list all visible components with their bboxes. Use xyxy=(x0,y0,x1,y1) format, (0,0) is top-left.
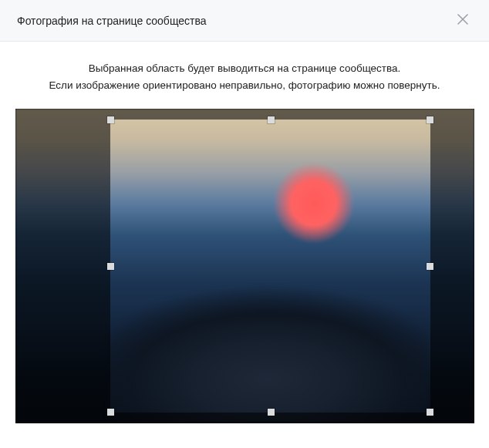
crop-overlay xyxy=(15,109,474,423)
crop-handle-middle-left[interactable] xyxy=(107,263,114,270)
close-button[interactable] xyxy=(454,12,472,30)
crop-handle-top-right[interactable] xyxy=(427,116,433,123)
close-icon xyxy=(457,13,469,29)
crop-handle-top-left[interactable] xyxy=(107,116,114,123)
dialog-header: Фотография на странице сообщества xyxy=(0,0,489,42)
crop-handle-bottom-left[interactable] xyxy=(107,409,114,416)
dialog-title: Фотография на странице сообщества xyxy=(17,15,207,27)
crop-mask-left xyxy=(15,109,110,423)
instructions: Выбранная область будет выводиться на ст… xyxy=(0,42,489,109)
instruction-line-1: Выбранная область будет выводиться на ст… xyxy=(31,60,458,77)
crop-selection[interactable] xyxy=(110,120,430,413)
crop-dialog: Фотография на странице сообщества Выбран… xyxy=(0,0,489,423)
instruction-line-2: Если изображение ориентировано неправиль… xyxy=(31,77,458,94)
crop-handle-middle-right[interactable] xyxy=(427,263,433,270)
image-crop-area xyxy=(15,109,474,423)
crop-handle-bottom-middle[interactable] xyxy=(268,409,275,416)
crop-handle-bottom-right[interactable] xyxy=(427,409,433,416)
crop-handle-top-middle[interactable] xyxy=(268,116,275,123)
crop-mask-right xyxy=(430,109,474,423)
